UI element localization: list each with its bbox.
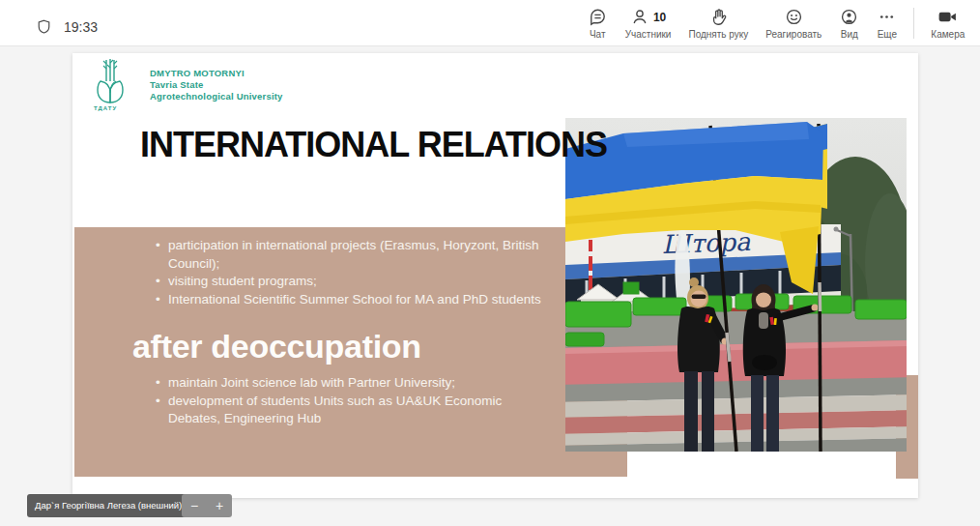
view-button[interactable]: Вид bbox=[830, 4, 868, 42]
mic-button[interactable]: Микрофон bbox=[973, 4, 980, 42]
presenter-name-badge: Дар`я Георгіївна Легеза (внешний) bbox=[27, 494, 189, 517]
wheat-tulip-logo-icon bbox=[90, 58, 130, 106]
screen-share-stage: ТДАТУ DMYTRO MOTORNYI Tavria State Agrot… bbox=[0, 46, 980, 526]
chat-button[interactable]: Чат bbox=[579, 4, 617, 42]
chat-bubble-icon bbox=[588, 7, 608, 27]
react-button[interactable]: Реагировать bbox=[757, 4, 830, 42]
bullet-item: visiting student programs; bbox=[156, 273, 552, 291]
people-icon bbox=[630, 7, 650, 27]
building-sign-text: Штора bbox=[661, 227, 751, 259]
slide-photo-ukraine-flags: Штора bbox=[565, 118, 907, 452]
participants-label: Участники bbox=[625, 29, 672, 40]
meeting-toolbar: 19:33 Чат 10 Участники Поднять руку bbox=[0, 0, 980, 46]
zoom-controls: − + bbox=[182, 494, 232, 517]
more-button[interactable]: Еще bbox=[868, 4, 906, 42]
bullet-item: participation in international projects … bbox=[156, 237, 552, 273]
react-label: Реагировать bbox=[765, 29, 821, 40]
participants-button[interactable]: 10 Участники bbox=[617, 4, 680, 42]
university-name: DMYTRO MOTORNYI Tavria State Agrotechnol… bbox=[150, 68, 283, 102]
university-name-line1: DMYTRO MOTORNYI bbox=[150, 68, 283, 79]
raise-hand-label: Поднять руку bbox=[688, 29, 748, 40]
participants-count: 10 bbox=[653, 11, 666, 24]
camera-button[interactable]: Камера bbox=[922, 4, 973, 42]
raised-hand-icon bbox=[708, 7, 729, 27]
camera-icon bbox=[937, 7, 959, 27]
slide-subheading: after deoccupation bbox=[132, 328, 421, 365]
more-label: Еще bbox=[878, 29, 897, 40]
toolbar-divider bbox=[913, 8, 914, 39]
raise-hand-button[interactable]: Поднять руку bbox=[679, 4, 757, 42]
bullet-item: International Scientific Summer School f… bbox=[156, 291, 552, 309]
university-name-line3: Agrotechnological University bbox=[150, 91, 283, 102]
university-logo: ТДАТУ DMYTRO MOTORNYI Tavria State Agrot… bbox=[90, 56, 331, 114]
bullet-item: development of students Units such as UA… bbox=[156, 393, 552, 428]
zoom-out-button[interactable]: − bbox=[190, 494, 198, 517]
bullet-list-current: participation in international projects … bbox=[156, 237, 552, 308]
person-circle-icon bbox=[839, 7, 859, 27]
chat-label: Чат bbox=[590, 29, 606, 40]
zoom-in-button[interactable]: + bbox=[216, 494, 223, 517]
logo-caption: ТДАТУ bbox=[94, 105, 117, 111]
bullet-list-after: maintain Joint science lab with Partner … bbox=[156, 374, 552, 428]
university-name-line2: Tavria State bbox=[150, 79, 283, 91]
ellipsis-icon bbox=[877, 7, 897, 27]
view-label: Вид bbox=[841, 29, 858, 40]
security-shield-icon bbox=[36, 17, 52, 36]
camera-label: Камера bbox=[931, 29, 965, 40]
smiley-icon bbox=[784, 7, 804, 27]
slide-title: INTERNATIONAL RELATIONS bbox=[140, 125, 607, 165]
presentation-slide: ТДАТУ DMYTRO MOTORNYI Tavria State Agrot… bbox=[72, 53, 918, 498]
bullet-item: maintain Joint science lab with Partner … bbox=[156, 374, 552, 393]
meeting-time: 19:33 bbox=[64, 19, 98, 35]
